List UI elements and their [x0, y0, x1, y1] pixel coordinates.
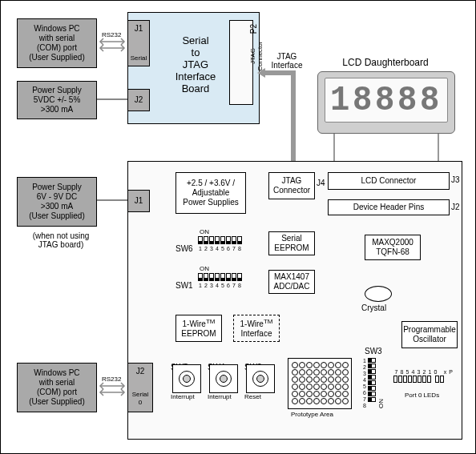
prog-osc-text: ProgrammableOscillator	[403, 325, 456, 344]
pc1-text: Windows PCwith serial(COM) port(User Sup…	[29, 24, 84, 62]
sw1-dip	[198, 273, 242, 283]
max1407-text: MAX1407ADC/DAC	[273, 272, 309, 291]
psu1-wire	[97, 98, 127, 100]
jtag-j2-conn: J2	[127, 89, 150, 111]
j2-hdr-label: J2	[451, 203, 460, 211]
sw3-on: ON	[377, 358, 385, 408]
lcd-connector: LCD Connector	[328, 172, 450, 190]
serial-eeprom-text: SerialEEPROM	[274, 234, 309, 253]
main-j1: J1	[135, 196, 143, 206]
sw1-label: SW1	[175, 281, 193, 290]
j3-label: J3	[451, 175, 460, 184]
psu2-box: Power Supply6V - 9V DC>300 mA(User Suppl…	[17, 177, 97, 227]
crystal	[365, 286, 392, 302]
onewire-eeprom-1: 1-Wire	[182, 319, 205, 328]
jtag-interface-arrow	[257, 65, 305, 177]
j4-conn-text: JTAGConnector	[273, 176, 310, 195]
main-j2-serial-conn: J2 Serial0	[127, 363, 153, 412]
pc1-box: Windows PCwith serial(COM) port(User Sup…	[17, 18, 97, 68]
port0-label: Port 0 LEDs	[405, 392, 439, 399]
sw4-sub: Interrupt	[208, 393, 232, 400]
jtag-board-title: SerialtoJTAGInterfaceBoard	[167, 34, 224, 94]
psu2-note: (when not usingJTAG board)	[25, 231, 97, 249]
device-header-text: Device Header Pins	[353, 203, 424, 212]
sw1-on: ON	[200, 265, 209, 272]
psu1-text: Power Supply5VDC +/- 5%>300 mA	[32, 86, 82, 115]
max1407: MAX1407ADC/DAC	[268, 270, 315, 294]
serial-eeprom: SerialEEPROM	[268, 231, 315, 255]
rs232-label-bot: RS232	[102, 376, 121, 383]
sw3-dip: 1234 5678 ON	[363, 358, 385, 408]
sw4-wrap: SW4 Interrupt	[208, 363, 240, 393]
pc2-box: Windows PCwith serial(COM) port(User Sup…	[17, 363, 97, 412]
lcd-title: LCD Daughterboard	[337, 57, 434, 68]
jtag-j2: J2	[135, 95, 143, 105]
sw5-wrap: SW5 Interrupt	[171, 363, 203, 393]
sw3-label: SW3	[365, 347, 382, 356]
jtag-j1-sub: Serial	[131, 54, 147, 62]
onewire-eeprom: 1-WireTM EEPROM	[175, 315, 222, 342]
maxq2000: MAXQ2000TQFN-68	[365, 235, 421, 260]
jtag-j1: J1	[135, 24, 143, 34]
prog-osc: ProgrammableOscillator	[401, 321, 458, 348]
proto-grid	[292, 362, 349, 404]
lcd-connector-text: LCD Connector	[361, 176, 417, 186]
proto-label: Prototype Area	[291, 411, 333, 418]
psu1-box: Power Supply5VDC +/- 5%>300 mA	[17, 81, 97, 119]
sw6-dip	[198, 236, 242, 246]
onewire-if-2: Interface	[241, 329, 272, 339]
sw6-label: SW6	[175, 244, 193, 253]
lcd-digits: 18888	[330, 80, 442, 120]
crystal-label: Crystal	[361, 303, 386, 312]
lcd-screen: 18888	[325, 78, 448, 123]
psu-block: +2.5 / +3.6V /AdjustablePower Supplies	[175, 172, 246, 214]
rs232-label-top: RS232	[102, 31, 121, 38]
j4-label: J4	[317, 179, 325, 187]
sw2-wrap: SW2 Reset	[244, 363, 276, 393]
main-serial0: Serial0	[132, 391, 148, 406]
svg-marker-4	[257, 68, 265, 78]
psu-block-text: +2.5 / +3.6V /AdjustablePower Supplies	[183, 179, 238, 207]
sw6-on: ON	[200, 228, 209, 235]
sw2-sub: Reset	[244, 393, 261, 400]
onewire-if-1: 1-Wire	[240, 319, 263, 328]
tm1: TM	[206, 318, 216, 325]
onewire-interface: 1-WireTM Interface	[233, 315, 280, 342]
psu2-wire	[97, 199, 127, 201]
device-header: Device Header Pins	[328, 199, 450, 215]
tm2: TM	[264, 318, 273, 325]
proto-area	[288, 358, 352, 409]
j4-conn: JTAGConnector	[268, 172, 315, 199]
led-bank-wrap: 78 54 32 10 xP	[393, 369, 454, 383]
pc2-text: Windows PCwith serial(COM) port(User Sup…	[29, 368, 84, 407]
onewire-eeprom-2: EEPROM	[181, 329, 216, 339]
main-j2-serial: J2	[136, 367, 145, 376]
main-j1-conn: J1	[127, 190, 150, 212]
jtag-j1-conn: J1 Serial	[127, 20, 150, 66]
psu2-text: Power Supply6V - 9V DC>300 mA(User Suppl…	[29, 183, 84, 221]
sw5-sub: Interrupt	[171, 393, 195, 400]
maxq2000-text: MAXQ2000TQFN-68	[372, 238, 413, 257]
